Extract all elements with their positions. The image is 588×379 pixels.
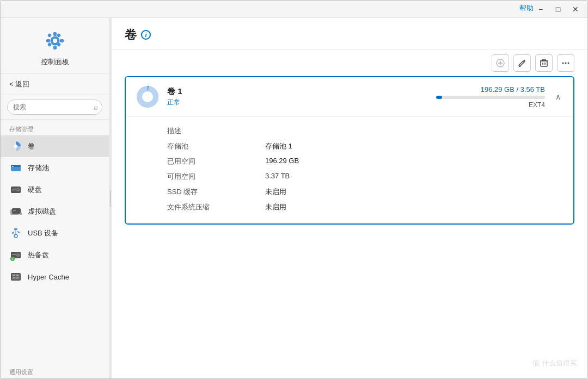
svg-text:VHD: VHD [19, 212, 22, 215]
page-title: 卷 i [125, 27, 151, 43]
detail-row-available: 可用空间 3.37 TB [167, 169, 565, 184]
svg-rect-49 [541, 61, 547, 66]
svg-rect-41 [13, 275, 15, 276]
content-header: 卷 i [112, 18, 587, 50]
sidebar-item-virtual-disk[interactable]: VHD 虚拟磁盘 [1, 201, 109, 222]
svg-point-17 [17, 189, 19, 190]
detail-available-value: 3.37 TB [265, 172, 565, 182]
sidebar-item-hot-spare-label: 热备盘 [28, 250, 49, 260]
sidebar-item-hyper-cache[interactable]: Hyper Cache [1, 266, 109, 288]
section-storage-label: 存储管理 [1, 120, 109, 135]
svg-point-1 [53, 39, 57, 43]
detail-row-pool: 存储池 存储池 1 [167, 139, 565, 154]
toolbar [112, 50, 587, 76]
detail-pool-value: 存储池 1 [265, 141, 565, 151]
content-area: 卷 i [112, 18, 587, 378]
svg-rect-4 [46, 39, 50, 42]
detail-used-value: 196.29 GB [265, 157, 565, 166]
page-title-text: 卷 [125, 27, 137, 43]
svg-rect-35 [12, 254, 16, 255]
search-wrapper: ⌕ [7, 100, 102, 115]
sidebar-item-storage-pool-label: 存储池 [28, 163, 49, 173]
hard-disk-icon [9, 183, 22, 196]
svg-point-57 [142, 91, 153, 102]
info-icon[interactable]: i [141, 30, 151, 40]
edit-button[interactable] [513, 54, 531, 72]
virtual-disk-icon: VHD [9, 205, 22, 218]
svg-rect-5 [60, 39, 64, 42]
search-icon: ⌕ [94, 103, 98, 111]
svg-rect-3 [53, 46, 57, 49]
add-icon [496, 59, 505, 67]
sidebar-item-virtual-disk-label: 虚拟磁盘 [28, 207, 56, 216]
detail-desc-value [265, 126, 565, 136]
sidebar-item-hyper-cache-label: Hyper Cache [28, 273, 69, 281]
titlebar: 帮助 − □ ✕ [1, 1, 587, 18]
svg-rect-19 [12, 190, 15, 191]
sidebar-item-usb[interactable]: USB 设备 [1, 222, 109, 244]
sidebar-item-hard-disk[interactable]: 硬盘 [1, 179, 109, 201]
control-panel-icon [42, 28, 68, 54]
detail-ssd-value: 未启用 [265, 187, 565, 197]
hot-spare-icon: + [9, 248, 22, 262]
svg-rect-22 [13, 210, 16, 211]
svg-rect-14 [12, 166, 14, 167]
sidebar-item-volumes[interactable]: 卷 [1, 135, 109, 157]
more-icon [561, 59, 570, 67]
edit-icon [518, 59, 526, 67]
detail-desc-label: 描述 [167, 126, 265, 136]
volume-pie-icon [134, 84, 161, 110]
svg-rect-2 [53, 32, 57, 36]
volume-header: 卷 1 正常 196.29 GB / 3.56 TB EXT4 ∧ [126, 77, 573, 117]
detail-used-label: 已用空间 [167, 157, 265, 166]
content-body: 卷 1 正常 196.29 GB / 3.56 TB EXT4 ∧ [112, 76, 587, 378]
volume-usage-section: 196.29 GB / 3.56 TB EXT4 [425, 85, 545, 109]
detail-row-compress: 文件系统压缩 未启用 [167, 200, 565, 215]
svg-point-30 [12, 232, 14, 234]
volume-status: 正常 [167, 98, 419, 107]
svg-rect-31 [18, 232, 20, 233]
main-window: 帮助 − □ ✕ [0, 0, 588, 379]
help-link[interactable]: 帮助 [519, 3, 534, 13]
volumes-icon [9, 140, 22, 153]
control-panel-label: 控制面板 [41, 57, 69, 67]
detail-row-used: 已用空间 196.29 GB [167, 154, 565, 169]
sidebar-item-storage-pool[interactable]: 存储池 [1, 157, 109, 179]
svg-text:+: + [11, 257, 14, 261]
sidebar: 控制面板 < 返回 ⌕ 存储管理 [1, 18, 109, 378]
volume-collapse-button[interactable]: ∧ [552, 90, 565, 103]
svg-rect-43 [13, 277, 15, 278]
back-button[interactable]: < 返回 [1, 74, 109, 95]
svg-rect-42 [16, 275, 19, 276]
search-input[interactable] [7, 100, 102, 115]
delete-icon [540, 59, 548, 67]
svg-point-55 [568, 63, 569, 64]
detail-row-ssd: SSD 缓存 未启用 [167, 184, 565, 200]
sidebar-item-volumes-label: 卷 [28, 141, 35, 151]
add-button[interactable] [492, 54, 509, 72]
detail-available-label: 可用空间 [167, 172, 265, 182]
sidebar-divider[interactable] [109, 18, 112, 378]
svg-point-54 [565, 63, 567, 64]
volume-progress-bar [436, 96, 545, 99]
storage-pool-icon [9, 161, 22, 175]
volume-name: 卷 1 [167, 86, 419, 97]
volume-filesystem: EXT4 [529, 101, 545, 109]
svg-rect-6 [47, 33, 51, 38]
volume-card: 卷 1 正常 196.29 GB / 3.56 TB EXT4 ∧ [125, 76, 574, 225]
detail-row-desc: 描述 [167, 123, 565, 139]
more-button[interactable] [557, 54, 574, 72]
minimize-button[interactable]: − [533, 3, 548, 16]
sidebar-item-usb-label: USB 设备 [28, 228, 58, 238]
delete-button[interactable] [535, 54, 553, 72]
svg-rect-25 [14, 228, 17, 230]
maximize-button[interactable]: □ [550, 3, 566, 16]
detail-compress-label: 文件系统压缩 [167, 202, 265, 212]
svg-point-53 [562, 63, 564, 64]
watermark: 值 什么值得买 [532, 358, 577, 368]
search-container: ⌕ [1, 95, 109, 120]
detail-ssd-label: SSD 缓存 [167, 187, 265, 197]
sidebar-item-hot-spare[interactable]: + 热备盘 [1, 244, 109, 266]
close-button[interactable]: ✕ [568, 3, 583, 16]
volume-usage-text: 196.29 GB / 3.56 TB [481, 85, 545, 94]
